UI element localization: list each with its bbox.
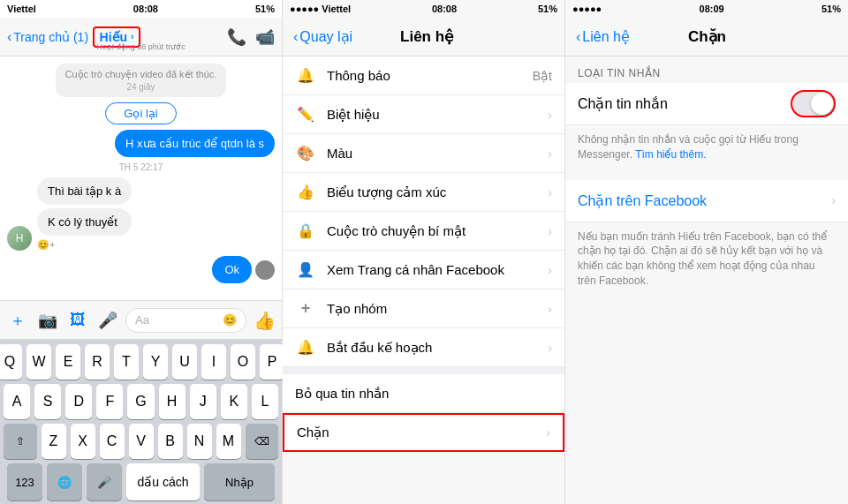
time-label: TH 5 22:17 bbox=[119, 162, 163, 172]
key-mic[interactable]: 🎤 bbox=[87, 463, 122, 500]
chat-input-bar: ＋ 📷 🖼 🎤 Aa 😊 👍 bbox=[0, 300, 282, 339]
key-b[interactable]: B bbox=[158, 424, 183, 459]
key-w[interactable]: W bbox=[26, 344, 51, 380]
key-x[interactable]: X bbox=[71, 424, 95, 459]
chat-panel: Viettel 08:08 51% ‹ Trang chủ (1) Hiếu ›… bbox=[0, 0, 283, 504]
chevron-icon-profile: › bbox=[548, 263, 552, 277]
item-label-chan: Chặn bbox=[297, 425, 535, 440]
group-icon: + bbox=[295, 298, 316, 320]
chat-header: ‹ Trang chủ (1) Hiếu › Hoạt động 36 phút… bbox=[0, 18, 282, 56]
key-q[interactable]: Q bbox=[0, 344, 22, 380]
settings-item-ignore[interactable]: Bỏ qua tin nhắn bbox=[283, 374, 564, 413]
call-icon[interactable]: 📞 bbox=[227, 27, 246, 47]
carrier-1: Viettel bbox=[7, 4, 36, 14]
time-1: 08:08 bbox=[133, 4, 158, 14]
key-a[interactable]: A bbox=[4, 384, 30, 419]
mic-button[interactable]: 🎤 bbox=[95, 308, 120, 333]
video-icon[interactable]: 📹 bbox=[255, 27, 275, 47]
key-n[interactable]: N bbox=[187, 424, 212, 459]
settings-item-color[interactable]: 🎨 Màu › bbox=[283, 134, 564, 173]
like-button[interactable]: 👍 bbox=[252, 308, 276, 333]
settings-back-label: Quay lại bbox=[299, 28, 352, 45]
settings-back-button[interactable]: ‹ Quay lại bbox=[293, 28, 352, 45]
keyboard-row-3: ⇧ Z X C V B N M ⌫ bbox=[4, 424, 278, 459]
settings-nav: ‹ Quay lại Liên hệ bbox=[283, 18, 564, 56]
key-j[interactable]: J bbox=[190, 384, 216, 419]
settings-title: Liên hệ bbox=[352, 27, 501, 46]
settings-item-profile[interactable]: 👤 Xem Trang cá nhân Facebook › bbox=[283, 251, 564, 290]
reaction: 😊+ bbox=[37, 239, 132, 251]
color-icon: 🎨 bbox=[295, 143, 316, 164]
key-num[interactable]: 123 bbox=[7, 463, 42, 500]
block-messages-toggle[interactable] bbox=[791, 90, 836, 117]
key-h[interactable]: H bbox=[159, 384, 186, 419]
system-message: Cuộc trò chuyện video đã kết thúc. 24 gi… bbox=[56, 64, 225, 97]
image-button[interactable]: 🖼 bbox=[65, 308, 90, 333]
settings-item-emoji[interactable]: 👍 Biểu tượng cảm xúc › bbox=[283, 173, 564, 212]
input-placeholder: Aa bbox=[135, 313, 149, 327]
bell-icon: 🔔 bbox=[295, 65, 316, 87]
key-m[interactable]: M bbox=[216, 424, 241, 459]
settings-item-plan[interactable]: 🔔 Bắt đầu kế hoạch › bbox=[283, 328, 564, 367]
key-shift[interactable]: ⇧ bbox=[4, 424, 37, 459]
key-r[interactable]: R bbox=[85, 344, 110, 380]
key-c[interactable]: C bbox=[100, 424, 125, 459]
chevron-icon-facebook: › bbox=[831, 193, 836, 207]
item-label-emoji: Biểu tượng cảm xúc bbox=[327, 184, 537, 200]
block-nav: ‹ Liên hệ Chặn bbox=[565, 18, 848, 56]
chevron-icon-secret: › bbox=[548, 224, 552, 238]
key-f[interactable]: F bbox=[96, 384, 123, 419]
settings-item-group[interactable]: + Tạo nhóm › bbox=[283, 290, 564, 328]
chevron-icon-color: › bbox=[548, 147, 552, 161]
chevron-icon-group: › bbox=[548, 302, 552, 316]
key-u[interactable]: U bbox=[172, 344, 197, 380]
settings-list: 🔔 Thông báo Bật ✏️ Biệt hiệu › 🎨 Màu › 👍… bbox=[283, 56, 564, 504]
item-label-group: Tạo nhóm bbox=[327, 301, 537, 317]
block-messages-item[interactable]: Chặn tin nhắn bbox=[565, 83, 848, 125]
key-l[interactable]: L bbox=[252, 384, 278, 419]
key-i[interactable]: I bbox=[201, 344, 226, 380]
keyboard-row-1: Q W E R T Y U I O P bbox=[4, 344, 278, 380]
settings-item-secret[interactable]: 🔒 Cuộc trò chuyện bí mật › bbox=[283, 212, 564, 251]
key-e[interactable]: E bbox=[56, 344, 80, 380]
status-bar-2: ●●●●● Viettel 08:08 51% bbox=[283, 0, 564, 18]
key-z[interactable]: Z bbox=[42, 424, 66, 459]
block-facebook-item[interactable]: Chặn trên Facebook › bbox=[565, 180, 848, 222]
key-k[interactable]: K bbox=[221, 384, 247, 419]
header-actions: 📞 📹 bbox=[227, 27, 275, 47]
learn-more-link[interactable]: Tìm hiểu thêm. bbox=[635, 148, 706, 161]
key-t[interactable]: T bbox=[114, 344, 139, 380]
system-time: 24 giây bbox=[64, 82, 216, 92]
time-2: 08:08 bbox=[432, 4, 457, 14]
key-space[interactable]: dấu cách bbox=[126, 463, 200, 500]
key-g[interactable]: G bbox=[127, 384, 154, 419]
block-back-button[interactable]: ‹ Liên hệ bbox=[576, 28, 630, 45]
back-label[interactable]: Trang chủ (1) bbox=[13, 30, 88, 44]
key-delete[interactable]: ⌫ bbox=[246, 424, 279, 459]
emoji-icon[interactable]: 😊 bbox=[223, 313, 237, 327]
back-button[interactable]: ‹ Trang chủ (1) bbox=[7, 29, 88, 45]
message-input[interactable]: Aa 😊 bbox=[125, 308, 246, 333]
add-button[interactable]: ＋ bbox=[5, 308, 30, 333]
key-o[interactable]: O bbox=[231, 344, 255, 380]
avatar-tiny bbox=[255, 260, 275, 280]
chevron-icon-chan: › bbox=[546, 425, 550, 440]
key-v[interactable]: V bbox=[129, 424, 154, 459]
key-globe[interactable]: 🌐 bbox=[47, 463, 82, 500]
block-messages-label: Chặn tin nhắn bbox=[578, 95, 791, 112]
recall-button[interactable]: Gọi lại bbox=[105, 102, 176, 124]
key-return[interactable]: Nhập bbox=[204, 463, 275, 500]
key-p[interactable]: P bbox=[260, 344, 284, 380]
avatar-img: H bbox=[7, 226, 32, 251]
settings-item-notifications[interactable]: 🔔 Thông báo Bật bbox=[283, 56, 564, 95]
key-d[interactable]: D bbox=[65, 384, 92, 419]
key-y[interactable]: Y bbox=[143, 344, 168, 380]
subtitle: Hoạt động 36 phút trước bbox=[96, 42, 186, 51]
battery-2: 51% bbox=[538, 4, 557, 14]
keyboard-bottom-row: 123 🌐 🎤 dấu cách Nhập bbox=[4, 463, 278, 500]
settings-item-chan[interactable]: Chặn › bbox=[283, 413, 564, 452]
camera-button[interactable]: 📷 bbox=[35, 308, 60, 333]
settings-item-nickname[interactable]: ✏️ Biệt hiệu › bbox=[283, 95, 564, 134]
key-s[interactable]: S bbox=[34, 384, 61, 419]
chevron-icon-nickname: › bbox=[548, 108, 552, 122]
